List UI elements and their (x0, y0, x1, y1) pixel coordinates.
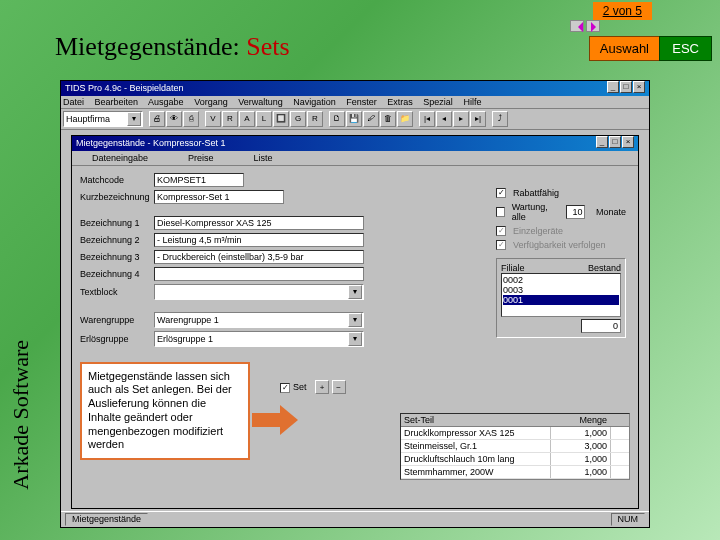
verfueg-label: Verfügbarkeit verfolgen (513, 240, 606, 250)
toolbar-icon[interactable]: L (256, 111, 272, 127)
toolbar-icon[interactable]: 🖨 (149, 111, 165, 127)
bestand-field[interactable]: 0 (581, 319, 621, 333)
bez3-label: Bezeichnung 3 (80, 252, 150, 262)
toolbar-icon[interactable]: G (290, 111, 306, 127)
textblock-label: Textblock (80, 287, 150, 297)
app-title: TIDS Pro 4.9c - Beispieldaten (65, 81, 184, 96)
exit-icon[interactable]: ⤴ (492, 111, 508, 127)
child-titlebar: Mietgegenstände - Kompressor-Set 1 _ □ × (72, 136, 638, 151)
menu-item[interactable]: Vorgang (194, 97, 228, 107)
toolbar-icon[interactable]: 📁 (397, 111, 413, 127)
monate-label: Monate (596, 207, 626, 217)
col-bestand: Bestand (588, 263, 621, 273)
status-bar: Mietgegenstände NUM (61, 511, 649, 527)
menu-item[interactable]: Spezial (423, 97, 453, 107)
table-header-menge: Menge (551, 414, 611, 426)
child-title: Mietgegenstände - Kompressor-Set 1 (76, 136, 226, 151)
callout-arrow-icon (252, 405, 302, 435)
toolbar-icon[interactable]: 👁 (166, 111, 182, 127)
prev-slide-icon[interactable] (570, 20, 584, 32)
toolbar-icon[interactable]: ⎙ (183, 111, 199, 127)
erloesgruppe-dropdown[interactable]: Erlösgruppe 1 (154, 331, 364, 347)
filialen-list[interactable]: 0002 0003 0001 (501, 273, 621, 317)
prev-icon[interactable]: ◂ (436, 111, 452, 127)
menu-item[interactable]: Ausgabe (148, 97, 184, 107)
set-remove-icon[interactable]: − (332, 380, 346, 394)
set-checkbox[interactable]: ✓ (280, 383, 290, 393)
wartung-label: Wartung, alle (512, 202, 556, 222)
tab-dateneingabe[interactable]: Dateneingabe (92, 153, 148, 163)
wartung-field[interactable]: 10 (566, 205, 585, 219)
table-row[interactable]: Steinmeissel, Gr.13,000 (401, 440, 629, 453)
pager-indicator[interactable]: 2 von 5 (593, 2, 652, 20)
einzel-label: Einzelgeräte (513, 226, 563, 236)
close-icon[interactable]: × (622, 136, 634, 148)
save-icon[interactable]: 💾 (346, 111, 362, 127)
bez4-label: Bezeichnung 4 (80, 269, 150, 279)
toolbar-icon[interactable]: 🖊 (363, 111, 379, 127)
matchcode-field[interactable]: KOMPSET1 (154, 173, 244, 187)
bez2-field[interactable]: - Leistung 4,5 m³/min (154, 233, 364, 247)
wartung-checkbox[interactable] (496, 207, 505, 217)
tab-bar: Dateneingabe Preise Liste (72, 151, 638, 166)
table-row[interactable]: Drucklkompressor XAS 1251,000 (401, 427, 629, 440)
close-icon[interactable]: × (633, 81, 645, 93)
maximize-icon[interactable]: □ (609, 136, 621, 148)
firma-dropdown[interactable]: Hauptfirma (63, 111, 143, 127)
delete-icon[interactable]: 🗑 (380, 111, 396, 127)
set-label: Set (293, 382, 307, 392)
page-title: Mietgegenstände: Sets (55, 32, 290, 62)
toolbar-icon[interactable]: A (239, 111, 255, 127)
window-controls: _ □ × (607, 81, 645, 96)
toolbar: Hauptfirma 🖨 👁 ⎙ V R A L 🔲 G R 🗋 💾 🖊 🗑 📁… (61, 109, 649, 130)
menu-item[interactable]: Hilfe (463, 97, 481, 107)
bez2-label: Bezeichnung 2 (80, 235, 150, 245)
filialen-group: FilialeBestand 0002 0003 0001 0 (496, 258, 626, 338)
matchcode-label: Matchcode (80, 175, 150, 185)
new-icon[interactable]: 🗋 (329, 111, 345, 127)
list-item[interactable]: 0002 (503, 275, 619, 285)
table-row[interactable]: Stemmhammer, 200W1,000 (401, 466, 629, 479)
list-item[interactable]: 0001 (503, 295, 619, 305)
warengruppe-dropdown[interactable]: Warengruppe 1 (154, 312, 364, 328)
toolbar-icon[interactable]: R (307, 111, 323, 127)
menu-item[interactable]: Fenster (346, 97, 377, 107)
bez4-field[interactable] (154, 267, 364, 281)
right-column: ✓Rabattfähig Wartung, alle 10 Monate ✓Ei… (496, 184, 626, 338)
callout-box: Mietgegenstände lassen sich auch als Set… (80, 362, 250, 461)
minimize-icon[interactable]: _ (596, 136, 608, 148)
col-filiale: Filiale (501, 263, 525, 273)
last-icon[interactable]: ▸| (470, 111, 486, 127)
warengruppe-label: Warengruppe (80, 315, 150, 325)
bez3-field[interactable]: - Druckbereich (einstellbar) 3,5-9 bar (154, 250, 364, 264)
list-item[interactable]: 0003 (503, 285, 619, 295)
first-icon[interactable]: |◂ (419, 111, 435, 127)
menu-item[interactable]: Bearbeiten (95, 97, 139, 107)
toolbar-icon[interactable]: V (205, 111, 221, 127)
esc-button[interactable]: ESC (659, 36, 712, 61)
toolbar-icon[interactable]: 🔲 (273, 111, 289, 127)
menu-item[interactable]: Datei (63, 97, 84, 107)
maximize-icon[interactable]: □ (620, 81, 632, 93)
set-table-area: Set-Teil Menge Drucklkompressor XAS 1251… (400, 413, 630, 480)
table-row[interactable]: Druckluftschlauch 10m lang1,000 (401, 453, 629, 466)
toolbar-icon[interactable]: R (222, 111, 238, 127)
next-icon[interactable]: ▸ (453, 111, 469, 127)
textblock-dropdown[interactable] (154, 284, 364, 300)
next-slide-icon[interactable] (586, 20, 600, 32)
auswahl-button[interactable]: Auswahl (589, 36, 660, 61)
bez1-field[interactable]: Diesel-Kompressor XAS 125 (154, 216, 364, 230)
tab-preise[interactable]: Preise (188, 153, 214, 163)
set-add-icon[interactable]: + (315, 380, 329, 394)
menu-item[interactable]: Navigation (293, 97, 336, 107)
set-toggle: ✓Set + − (280, 380, 346, 394)
verfueg-checkbox: ✓ (496, 240, 506, 250)
menu-item[interactable]: Extras (387, 97, 413, 107)
menu-item[interactable]: Verwaltung (238, 97, 283, 107)
tab-liste[interactable]: Liste (254, 153, 273, 163)
rabatt-checkbox[interactable]: ✓ (496, 188, 506, 198)
minimize-icon[interactable]: _ (607, 81, 619, 93)
title-part1: Mietgegenstände: (55, 32, 246, 61)
menubar: Datei Bearbeiten Ausgabe Vorgang Verwalt… (61, 96, 649, 109)
kurz-field[interactable]: Kompressor-Set 1 (154, 190, 284, 204)
